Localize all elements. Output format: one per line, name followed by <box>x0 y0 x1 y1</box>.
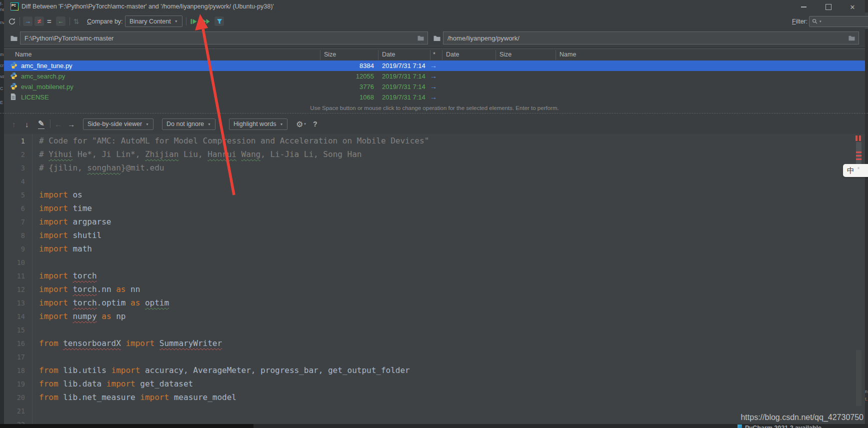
code-text: import os <box>39 190 82 200</box>
code-editor[interactable]: 1# Code for "AMC: AutoML for Model Compr… <box>4 134 865 424</box>
compare-by-label: Compare by: <box>87 14 123 29</box>
highlight-mode-dropdown[interactable]: Highlight words▼ <box>229 114 288 134</box>
operation-arrow-icon[interactable]: → <box>430 62 437 70</box>
browse-folder-icon[interactable] <box>848 35 856 41</box>
right-path-field[interactable] <box>443 32 859 44</box>
back-button[interactable]: ← <box>54 114 62 134</box>
browse-folder-icon[interactable] <box>417 35 424 41</box>
code-line: 8import shutil <box>4 228 865 242</box>
table-row[interactable]: LICENSE10682019/7/31 7:14→ <box>4 92 865 102</box>
toolbar-separator <box>20 17 20 26</box>
forward-button[interactable]: → <box>68 114 75 134</box>
left-path-input[interactable] <box>24 34 417 42</box>
title-bar: PC Diff Between 'F:\Python\PyTorch\amc-m… <box>4 0 865 14</box>
table-row[interactable]: amc_fine_tune.py83842019/7/31 7:14→ <box>4 60 865 71</box>
code-line: 4 <box>4 174 865 188</box>
gear-icon: ⚙ <box>296 120 303 129</box>
fast-forward-icon <box>202 18 210 25</box>
file-size: 3776 <box>304 83 374 90</box>
minimize-icon <box>801 6 806 8</box>
splitter[interactable] <box>0 113 868 114</box>
close-button[interactable]: ✕ <box>845 3 860 11</box>
file-size: 1068 <box>304 94 374 101</box>
synchronize-all-button[interactable] <box>202 14 210 29</box>
path-row <box>4 29 865 48</box>
operation-arrow-icon[interactable]: → <box>430 82 437 90</box>
csdn-watermark: https://blog.csdn.net/qq_42730750 <box>740 413 864 422</box>
diff-viewer-toolbar: ↑ ↓ ✎ ← → Side-by-side viewer▼ Do not ig… <box>4 114 865 134</box>
column-separator <box>378 50 378 60</box>
update-notification[interactable]: PyCharm 2021.2 available <box>738 424 822 428</box>
column-header-date[interactable]: Date <box>382 51 395 58</box>
file-file-icon <box>10 93 18 101</box>
operation-arrow-icon[interactable]: → <box>430 72 437 80</box>
background-text-fragment: C <box>0 86 4 91</box>
ignore-mode-dropdown[interactable]: Do not ignore▼ <box>162 114 216 134</box>
folder-icon <box>433 35 441 42</box>
code-text: # Yihui He*, Ji Lin*, Zhijian Liu, Hanru… <box>39 150 362 159</box>
line-number: 10 <box>4 258 25 266</box>
line-number: 4 <box>4 178 25 186</box>
code-line: 1# Code for "AMC: AutoML for Model Compr… <box>4 134 865 148</box>
filter-input[interactable] <box>824 18 867 26</box>
operation-arrow-icon[interactable]: → <box>430 93 437 101</box>
column-header-date-right[interactable]: Date <box>446 51 459 58</box>
filter-searchbox[interactable]: ▾ <box>809 16 868 27</box>
code-text: import time <box>39 204 92 213</box>
synchronize-button[interactable]: ⇅ <box>74 14 80 29</box>
jump-to-source-button[interactable]: ✎ <box>38 114 44 134</box>
next-difference-button[interactable]: ↓ <box>25 114 29 134</box>
table-row[interactable]: eval_mobilenet.py37762019/7/31 7:14→ <box>4 82 865 92</box>
previous-difference-button[interactable]: ↑ <box>12 114 16 134</box>
column-header-op[interactable]: * <box>433 51 436 58</box>
column-header-name-right[interactable]: Name <box>560 51 576 58</box>
file-size: 8384 <box>304 62 374 70</box>
error-stripe-line[interactable] <box>856 158 862 160</box>
error-stripe-mark[interactable] <box>856 136 858 141</box>
pencil-icon: ✎ <box>38 119 44 128</box>
chevron-down-icon: ▼ <box>208 122 211 126</box>
settings-button[interactable]: ⚙▾ <box>296 114 306 134</box>
help-icon: ? <box>313 120 318 128</box>
minimize-button[interactable] <box>796 3 811 11</box>
code-line: 21 <box>4 404 865 418</box>
column-header-name[interactable]: Name <box>15 51 32 58</box>
background-text-fragment: m <box>0 52 4 57</box>
refresh-button[interactable] <box>8 14 16 29</box>
equals-button[interactable]: = <box>47 14 52 29</box>
background-text-fragment: ne <box>0 7 4 12</box>
column-header-size-right[interactable]: Size <box>500 51 512 58</box>
python-file-icon <box>10 62 18 70</box>
code-line: 16from tensorboardX import SummaryWriter <box>4 336 865 350</box>
column-separator <box>556 50 556 60</box>
not-equal-button[interactable]: ≠ <box>34 14 44 29</box>
code-line: 5import os <box>4 188 865 202</box>
filter-button[interactable] <box>214 14 224 29</box>
code-line: 17 <box>4 350 865 364</box>
background-text-fragment: f- <box>0 2 3 6</box>
error-stripe-mark[interactable] <box>859 136 861 141</box>
maximize-button[interactable] <box>821 3 836 11</box>
error-stripe-line[interactable] <box>856 155 862 156</box>
ime-mode-badge: 中 <box>847 166 854 176</box>
code-line: 9import math <box>4 242 865 256</box>
left-path-field[interactable] <box>20 32 428 44</box>
compare-by-value: Binary Content <box>130 18 171 25</box>
code-text: from lib.utils import accuracy, AverageM… <box>39 366 410 375</box>
editor-scrollbar[interactable] <box>856 142 862 167</box>
synchronize-selected-button[interactable] <box>190 14 198 29</box>
line-number: 13 <box>4 299 25 307</box>
editor-scrollbar-lower[interactable] <box>856 350 862 406</box>
right-path-input[interactable] <box>446 34 848 42</box>
background-window-left-edge: f-nenvmcrvaCE <box>0 0 4 424</box>
accept-left-button[interactable]: ← <box>56 14 66 29</box>
compare-by-dropdown[interactable]: Binary Content▼ <box>125 14 182 29</box>
column-header-size[interactable]: Size <box>324 51 336 58</box>
code-line: 13import torch.optim as optim <box>4 296 865 310</box>
funnel-icon <box>214 16 224 26</box>
help-button[interactable]: ? <box>313 114 318 134</box>
table-row[interactable]: amc_search.py120552019/7/31 7:14→ <box>4 71 865 82</box>
viewer-mode-dropdown[interactable]: Side-by-side viewer▼ <box>83 114 154 134</box>
accept-right-button[interactable]: → <box>23 14 32 29</box>
error-stripe-line[interactable] <box>856 152 862 153</box>
